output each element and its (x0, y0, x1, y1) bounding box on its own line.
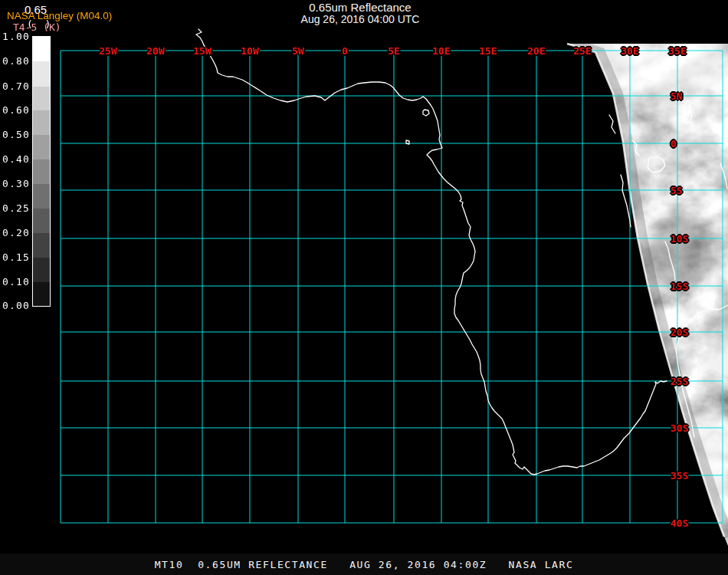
lat-label-20S: 20S (671, 327, 688, 338)
colorbar-tick-label: 0.10 (2, 276, 30, 288)
colorbar-tick-label: 0.00 (2, 300, 30, 311)
lat-label-15S: 15S (671, 281, 688, 292)
lon-label-20W: 20W (146, 45, 164, 57)
map-area (0, 0, 728, 575)
colorbar-tick-label: 0.70 (2, 80, 30, 92)
lat-label-35S: 35S (671, 470, 688, 481)
lat-label-5N: 5N (671, 90, 683, 102)
colorbar-segment (33, 209, 50, 233)
lon-label-35E: 35E (668, 45, 686, 57)
colorbar-tick-label: 0.15 (2, 251, 30, 263)
colorbar-segment (33, 37, 50, 61)
lat-label-0: 0 (671, 138, 677, 150)
product-subtitle: Aug 26, 2016 04:00 UTC (192, 14, 529, 25)
colorbar-segment (33, 233, 50, 258)
colorbar-segment (33, 87, 50, 110)
lon-label-10E: 10E (432, 45, 450, 57)
colorbar-tick-label: 0.40 (2, 153, 30, 165)
lon-label-5E: 5E (388, 45, 400, 57)
product-title: 0.65um Reflectance (192, 2, 529, 14)
lat-label-10S: 10S (671, 233, 688, 245)
colorbar-segment (33, 61, 50, 87)
lon-label-20E: 20E (527, 45, 545, 57)
colorbar-tick-label: 0.25 (2, 202, 30, 214)
lat-label-40S: 40S (671, 518, 688, 529)
lon-label-15E: 15E (479, 45, 497, 57)
lon-label-25W: 25W (99, 45, 116, 57)
colorbar-segment (33, 184, 50, 209)
colorbar (32, 36, 51, 307)
title-block: 0.65um Reflectance Aug 26, 2016 04:00 UT… (192, 2, 529, 25)
colorbar-segment (33, 258, 50, 282)
lon-label-25E: 25E (573, 45, 591, 57)
colorbar-tick-label: 0.60 (2, 104, 30, 116)
source-label: NASA Langley (M04.0) (7, 10, 112, 21)
colorbar-segment (33, 135, 50, 159)
colorbar-tick-label: 0.80 (2, 55, 30, 67)
colorbar-tick-label: 0.30 (2, 178, 30, 189)
lat-label-30S: 30S (671, 422, 688, 434)
lon-label-5W: 5W (292, 45, 304, 57)
lat-label-5S: 5S (671, 185, 683, 196)
colorbar-segment (33, 110, 50, 135)
lon-label-0: 0 (342, 45, 348, 57)
footer-caption: MT10 0.65UM REFLECTANCE AUG 26, 2016 04:… (0, 559, 728, 570)
colorbar-segment (33, 159, 50, 184)
lon-label-30E: 30E (621, 45, 638, 57)
lon-label-10W: 10W (241, 45, 258, 57)
satellite-product-view: 0.65 NASA Langley (M04.0) ( ) T4-5 (K) 0… (0, 0, 728, 575)
colorbar-tick-label: 0.20 (2, 227, 30, 238)
lat-label-25S: 25S (671, 376, 688, 387)
colorbar-tick-label: 0.50 (2, 129, 30, 140)
colorbar-segment (33, 282, 50, 306)
lon-label-15W: 15W (193, 45, 211, 57)
colorbar-tick-label: 1.00 (2, 31, 30, 42)
satellite-swath-image (536, 31, 728, 560)
